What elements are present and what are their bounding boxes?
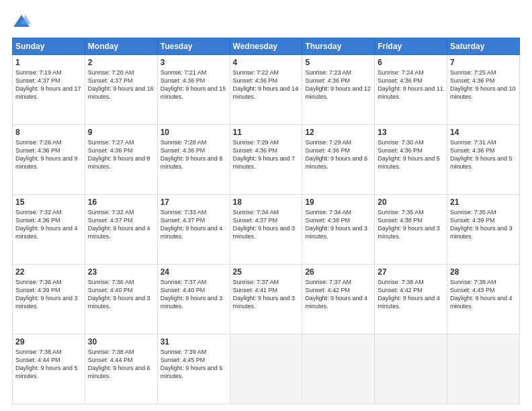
- calendar-week-row: 22Sunrise: 7:36 AMSunset: 4:39 PMDayligh…: [13, 265, 520, 334]
- calendar-cell: 8Sunrise: 7:26 AMSunset: 4:36 PMDaylight…: [13, 125, 85, 195]
- day-number: 3: [161, 58, 227, 67]
- day-info: Sunrise: 7:39 AMSunset: 4:45 PMDaylight:…: [161, 348, 227, 381]
- calendar-cell: 2Sunrise: 7:20 AMSunset: 4:37 PMDaylight…: [85, 55, 157, 125]
- day-number: 7: [450, 58, 517, 67]
- day-info: Sunrise: 7:30 AMSunset: 4:36 PMDaylight:…: [378, 138, 444, 171]
- day-info: Sunrise: 7:23 AMSunset: 4:36 PMDaylight:…: [305, 68, 371, 101]
- calendar-cell: 30Sunrise: 7:38 AMSunset: 4:44 PMDayligh…: [85, 334, 157, 404]
- day-info: Sunrise: 7:26 AMSunset: 4:36 PMDaylight:…: [15, 138, 82, 171]
- calendar-cell: 13Sunrise: 7:30 AMSunset: 4:36 PMDayligh…: [375, 125, 447, 195]
- calendar-cell: 31Sunrise: 7:39 AMSunset: 4:45 PMDayligh…: [157, 334, 230, 404]
- day-number: 5: [305, 58, 371, 67]
- calendar-cell: 21Sunrise: 7:35 AMSunset: 4:39 PMDayligh…: [447, 195, 520, 265]
- day-info: Sunrise: 7:38 AMSunset: 4:44 PMDaylight:…: [88, 348, 154, 381]
- day-info: Sunrise: 7:29 AMSunset: 4:36 PMDaylight:…: [233, 138, 300, 171]
- calendar-cell: 25Sunrise: 7:37 AMSunset: 4:41 PMDayligh…: [230, 265, 302, 334]
- day-number: 10: [161, 128, 227, 137]
- weekday-header: Monday: [85, 38, 157, 55]
- day-number: 25: [233, 267, 300, 277]
- day-info: Sunrise: 7:34 AMSunset: 4:38 PMDaylight:…: [305, 208, 371, 241]
- calendar-cell: 18Sunrise: 7:34 AMSunset: 4:37 PMDayligh…: [230, 195, 302, 265]
- weekday-header: Sunday: [13, 38, 85, 55]
- weekday-header: Friday: [375, 38, 447, 55]
- day-number: 24: [161, 267, 227, 277]
- day-number: 30: [88, 337, 154, 347]
- calendar-cell: [302, 334, 375, 404]
- day-info: Sunrise: 7:35 AMSunset: 4:38 PMDaylight:…: [378, 208, 444, 241]
- calendar-cell: 1Sunrise: 7:19 AMSunset: 4:37 PMDaylight…: [13, 55, 85, 125]
- day-number: 8: [15, 128, 82, 137]
- calendar-cell: 29Sunrise: 7:38 AMSunset: 4:44 PMDayligh…: [13, 334, 85, 404]
- calendar-cell: [375, 334, 447, 404]
- weekday-header: Wednesday: [230, 38, 302, 55]
- day-number: 28: [450, 267, 517, 277]
- day-number: 27: [378, 267, 444, 277]
- day-number: 13: [378, 128, 444, 137]
- day-number: 14: [450, 128, 517, 137]
- day-number: 1: [15, 58, 82, 67]
- calendar-week-row: 8Sunrise: 7:26 AMSunset: 4:36 PMDaylight…: [13, 125, 520, 195]
- logo-icon: [12, 12, 31, 31]
- day-info: Sunrise: 7:35 AMSunset: 4:39 PMDaylight:…: [450, 208, 517, 241]
- day-number: 23: [88, 267, 154, 277]
- calendar-week-row: 15Sunrise: 7:32 AMSunset: 4:36 PMDayligh…: [13, 195, 520, 265]
- day-info: Sunrise: 7:33 AMSunset: 4:37 PMDaylight:…: [161, 208, 227, 241]
- calendar-table: SundayMondayTuesdayWednesdayThursdayFrid…: [12, 38, 520, 404]
- day-info: Sunrise: 7:29 AMSunset: 4:36 PMDaylight:…: [305, 138, 371, 171]
- day-number: 19: [305, 197, 371, 207]
- day-info: Sunrise: 7:34 AMSunset: 4:37 PMDaylight:…: [233, 208, 300, 241]
- calendar-cell: 12Sunrise: 7:29 AMSunset: 4:36 PMDayligh…: [302, 125, 375, 195]
- weekday-header-row: SundayMondayTuesdayWednesdayThursdayFrid…: [13, 38, 520, 55]
- day-number: 9: [88, 128, 154, 137]
- calendar-week-row: 1Sunrise: 7:19 AMSunset: 4:37 PMDaylight…: [13, 55, 520, 125]
- calendar-cell: 7Sunrise: 7:25 AMSunset: 4:36 PMDaylight…: [447, 55, 520, 125]
- calendar-cell: 9Sunrise: 7:27 AMSunset: 4:36 PMDaylight…: [85, 125, 157, 195]
- calendar-cell: 4Sunrise: 7:22 AMSunset: 4:36 PMDaylight…: [230, 55, 302, 125]
- header: [12, 12, 520, 31]
- day-number: 17: [161, 197, 227, 207]
- calendar-cell: 11Sunrise: 7:29 AMSunset: 4:36 PMDayligh…: [230, 125, 302, 195]
- day-number: 31: [161, 337, 227, 347]
- calendar-cell: 16Sunrise: 7:32 AMSunset: 4:37 PMDayligh…: [85, 195, 157, 265]
- day-number: 21: [450, 197, 517, 207]
- calendar-cell: 23Sunrise: 7:36 AMSunset: 4:40 PMDayligh…: [85, 265, 157, 334]
- calendar-cell: [447, 334, 520, 404]
- day-number: 15: [15, 197, 82, 207]
- day-info: Sunrise: 7:32 AMSunset: 4:36 PMDaylight:…: [15, 208, 82, 241]
- day-info: Sunrise: 7:32 AMSunset: 4:37 PMDaylight:…: [88, 208, 154, 241]
- day-info: Sunrise: 7:37 AMSunset: 4:42 PMDaylight:…: [305, 278, 371, 311]
- day-number: 4: [233, 58, 300, 67]
- weekday-header: Tuesday: [157, 38, 230, 55]
- day-info: Sunrise: 7:27 AMSunset: 4:36 PMDaylight:…: [88, 138, 154, 171]
- weekday-header: Thursday: [302, 38, 375, 55]
- day-number: 26: [305, 267, 371, 277]
- calendar-cell: 19Sunrise: 7:34 AMSunset: 4:38 PMDayligh…: [302, 195, 375, 265]
- calendar-cell: 27Sunrise: 7:38 AMSunset: 4:42 PMDayligh…: [375, 265, 447, 334]
- calendar-cell: 20Sunrise: 7:35 AMSunset: 4:38 PMDayligh…: [375, 195, 447, 265]
- day-number: 29: [15, 337, 82, 347]
- calendar-cell: 6Sunrise: 7:24 AMSunset: 4:36 PMDaylight…: [375, 55, 447, 125]
- day-info: Sunrise: 7:25 AMSunset: 4:36 PMDaylight:…: [450, 68, 517, 101]
- calendar-week-row: 29Sunrise: 7:38 AMSunset: 4:44 PMDayligh…: [13, 334, 520, 404]
- calendar-cell: 26Sunrise: 7:37 AMSunset: 4:42 PMDayligh…: [302, 265, 375, 334]
- day-number: 20: [378, 197, 444, 207]
- day-info: Sunrise: 7:36 AMSunset: 4:39 PMDaylight:…: [15, 278, 82, 311]
- day-number: 6: [378, 58, 444, 67]
- day-number: 2: [88, 58, 154, 67]
- calendar-cell: 10Sunrise: 7:28 AMSunset: 4:36 PMDayligh…: [157, 125, 230, 195]
- day-info: Sunrise: 7:20 AMSunset: 4:37 PMDaylight:…: [88, 68, 154, 101]
- day-number: 18: [233, 197, 300, 207]
- calendar-cell: 24Sunrise: 7:37 AMSunset: 4:40 PMDayligh…: [157, 265, 230, 334]
- day-number: 11: [233, 128, 300, 137]
- day-number: 22: [15, 267, 82, 277]
- day-number: 12: [305, 128, 371, 137]
- calendar-cell: [230, 334, 302, 404]
- day-info: Sunrise: 7:36 AMSunset: 4:40 PMDaylight:…: [88, 278, 154, 311]
- calendar-cell: 3Sunrise: 7:21 AMSunset: 4:36 PMDaylight…: [157, 55, 230, 125]
- day-info: Sunrise: 7:38 AMSunset: 4:43 PMDaylight:…: [450, 278, 517, 311]
- calendar-cell: 14Sunrise: 7:31 AMSunset: 4:36 PMDayligh…: [447, 125, 520, 195]
- day-info: Sunrise: 7:24 AMSunset: 4:36 PMDaylight:…: [378, 68, 444, 101]
- day-info: Sunrise: 7:21 AMSunset: 4:36 PMDaylight:…: [161, 68, 227, 101]
- calendar-cell: 17Sunrise: 7:33 AMSunset: 4:37 PMDayligh…: [157, 195, 230, 265]
- day-number: 16: [88, 197, 154, 207]
